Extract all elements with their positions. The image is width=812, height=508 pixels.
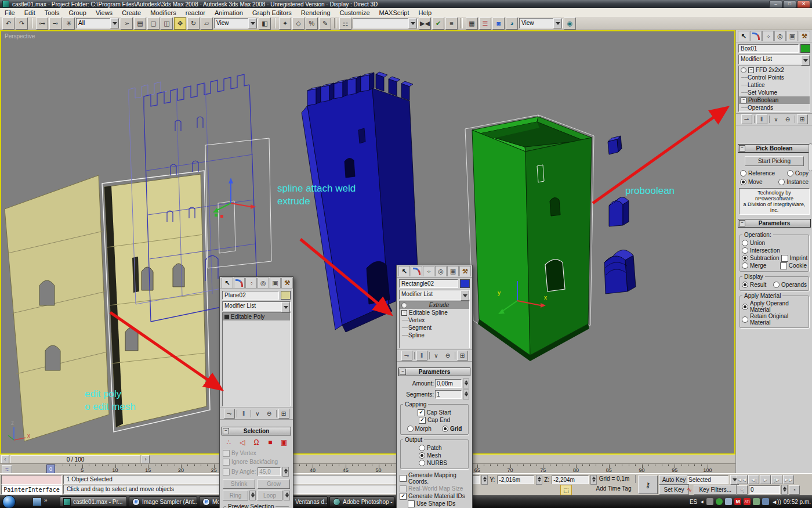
minimize-button[interactable]: – (769, 1, 782, 8)
cap-start-checkbox[interactable]: Cap Start (403, 409, 466, 416)
motion-tab-icon[interactable]: ◎ (774, 31, 786, 41)
by-angle-field[interactable]: 45,0 (258, 467, 281, 476)
shrink-button[interactable]: Shrink (223, 479, 255, 489)
menu-item[interactable]: Graph Editors (248, 9, 296, 16)
by-angle-checkbox[interactable]: By Angle: 45,0 (223, 467, 290, 477)
set-keys-icon[interactable]: ⚷ (638, 475, 658, 494)
segments-spinner[interactable] (463, 390, 469, 399)
current-frame-field[interactable]: 0 (749, 485, 780, 494)
modify-tab-icon[interactable] (411, 266, 422, 276)
percent-snap-icon[interactable]: % (306, 17, 318, 30)
dropdown-arrow-icon[interactable] (408, 18, 417, 28)
dropdown-arrow-icon[interactable] (110, 18, 119, 28)
modifier-list-dropdown[interactable]: Modifier List (399, 290, 470, 300)
real-world-checkbox[interactable]: Real-World Map Size (400, 485, 469, 492)
time-config-icon[interactable]: ◔ (789, 485, 800, 495)
hierarchy-tab-icon[interactable]: ⁘ (762, 31, 774, 41)
select-link-icon[interactable]: ⊶ (36, 17, 48, 30)
tray-ati-icon[interactable]: ATI (744, 498, 751, 505)
modify-tab-icon[interactable] (750, 31, 762, 41)
show-end-result-icon[interactable]: ‖ (239, 409, 249, 418)
tray-user-icon[interactable] (716, 498, 723, 505)
rollout-header[interactable]: −Parameters (398, 368, 470, 376)
bind-spacewarp-icon[interactable]: ✳ (63, 17, 75, 30)
stack-item[interactable]: Segment (400, 324, 469, 332)
imprint-checkbox[interactable]: Imprint (781, 254, 808, 262)
vertex-subobject-icon[interactable]: ∴ (224, 438, 234, 446)
use-shape-ids-checkbox[interactable]: Use Shape IDs (400, 500, 469, 507)
z-coordinate-field[interactable]: -2,204m (552, 475, 589, 484)
maxscript-mini-listener[interactable] (1, 475, 62, 485)
collapse-icon[interactable]: − (223, 428, 229, 434)
next-key-icon[interactable]: |► (771, 475, 782, 484)
rollout-header[interactable]: −Selection (222, 427, 291, 435)
intersection-radio[interactable]: Intersection (742, 247, 807, 254)
go-to-start-icon[interactable]: ◄◄ (737, 475, 748, 484)
by-vertex-checkbox[interactable]: By Vertex (223, 449, 290, 457)
add-time-tag[interactable]: Add Time Tag (593, 485, 635, 493)
green-tower[interactable] (465, 115, 594, 361)
clock[interactable]: 09:52 p.m. (784, 499, 811, 505)
stack-item[interactable]: Control Points (739, 74, 810, 81)
stack-item[interactable]: Vertex (400, 316, 469, 324)
menu-item[interactable]: Animation (210, 9, 248, 16)
dropdown-arrow-icon[interactable] (461, 290, 469, 301)
object-name-field[interactable]: Rectangle02 (399, 279, 458, 288)
dropdown-arrow-icon[interactable] (801, 55, 810, 66)
object-color-swatch[interactable] (800, 44, 810, 53)
named-selection-dropdown[interactable] (353, 18, 418, 28)
configure-stack-icon[interactable]: ⊞ (457, 351, 468, 361)
reference-radio[interactable]: Reference (740, 170, 775, 177)
taskbar-item-ventanas[interactable]: Ventanas d... (292, 496, 328, 507)
remove-modifier-icon[interactable]: ⊖ (783, 115, 793, 124)
rollout-header[interactable]: −Parameters (738, 219, 811, 228)
volume-icon[interactable]: ◄)) (771, 499, 781, 505)
bulb-icon[interactable] (741, 67, 746, 73)
stack-item[interactable]: FFD 2x2x2 (739, 66, 810, 74)
selection-lock-toggle[interactable]: ⬚ (560, 485, 572, 495)
language-indicator[interactable]: ES (690, 499, 697, 505)
stack-item[interactable]: Lattice (739, 81, 810, 89)
dropdown-arrow-icon[interactable] (281, 302, 290, 312)
tray-app-icon[interactable] (706, 498, 713, 505)
taskbar-item-photoshop[interactable]: Adobe Photoshop - ... (329, 496, 394, 507)
pin-stack-icon[interactable]: ⊸ (401, 351, 412, 361)
schematic-view-icon[interactable]: ☰ (479, 17, 491, 30)
ring-button[interactable]: Ring (223, 491, 248, 500)
hierarchy-tab-icon[interactable]: ⁘ (245, 278, 257, 288)
subtraction-radio[interactable]: Subtraction (742, 254, 780, 262)
motion-tab-icon[interactable]: ◎ (435, 266, 447, 276)
menu-item[interactable]: Tools (40, 9, 64, 16)
key-mode-toggle-icon[interactable]: »| (737, 485, 748, 495)
operands-radio[interactable]: Operands (773, 281, 807, 289)
menu-item[interactable]: MAXScript (375, 9, 414, 16)
tray-display-icon[interactable] (762, 498, 769, 505)
grow-button[interactable]: Grow (258, 479, 290, 489)
menu-item[interactable]: Edit (20, 9, 40, 16)
nurbs-radio[interactable]: NURBS (403, 459, 466, 467)
generate-mapping-checkbox[interactable]: Generate Mapping Coords. (400, 472, 469, 485)
tray-collapse-icon[interactable]: ◄ (699, 499, 704, 505)
modify-tab-icon[interactable] (234, 278, 245, 288)
display-tab-icon[interactable]: ▣ (447, 266, 459, 276)
stack-item[interactable]: Editable Spline (400, 309, 469, 316)
curves-icon[interactable]: ∿ (687, 486, 692, 493)
track-bar[interactable]: ≈ 05101520253035404550556065707580859095… (0, 463, 735, 474)
scale-tool-icon[interactable]: ▱ (201, 17, 213, 30)
menu-item[interactable]: Rendering (296, 9, 335, 16)
dropdown-arrow-icon[interactable] (553, 18, 562, 28)
menu-item[interactable]: Views (91, 9, 117, 16)
segments-field[interactable]: 1 (435, 390, 462, 399)
hierarchy-tab-icon[interactable]: ⁘ (423, 266, 434, 276)
mirror-icon[interactable]: ▶◀ (419, 17, 431, 30)
auto-key-button[interactable]: Auto Key (659, 475, 689, 485)
remove-modifier-icon[interactable]: ⊖ (443, 351, 453, 360)
perspective-viewport[interactable]: Perspective (0, 30, 735, 455)
select-by-name-icon[interactable]: ▤ (134, 17, 146, 30)
prev-key-icon[interactable]: ◄| (748, 475, 759, 484)
menu-item[interactable]: Help (414, 9, 437, 16)
start-button[interactable] (2, 495, 16, 508)
unlink-icon[interactable]: ⊸ (49, 17, 61, 30)
instance-radio[interactable]: Instance (778, 178, 809, 186)
menu-item[interactable]: Create (117, 9, 146, 16)
